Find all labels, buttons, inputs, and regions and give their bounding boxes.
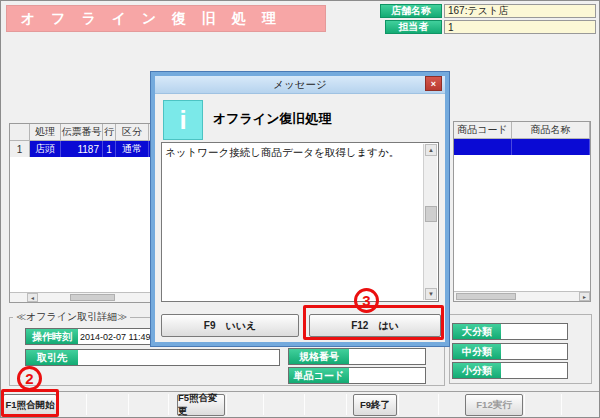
cell-process: 店頭 <box>30 141 61 157</box>
dialog-titlebar[interactable]: メッセージ <box>155 76 445 94</box>
store-name-field[interactable]: 167:テスト店 <box>444 4 596 18</box>
separator <box>226 394 227 415</box>
separator <box>168 394 169 415</box>
dialog-message-box: ネットワーク接続し商品データを取得しますか。 ▲ ▼ <box>161 142 439 302</box>
standard-no-label: 規格番号 <box>289 349 349 364</box>
close-icon[interactable]: × <box>425 76 442 91</box>
middle-class-field[interactable] <box>501 344 567 359</box>
separator <box>263 394 264 415</box>
staff-label: 担当者 <box>385 20 442 34</box>
products-table[interactable]: 商品コード 商品名称 ► <box>453 121 591 302</box>
dialog-heading: オフライン復旧処理 <box>213 110 332 128</box>
f9-exit-button[interactable]: F9終了 <box>353 394 397 416</box>
scroll-down-icon[interactable]: ▼ <box>425 288 437 300</box>
scrollbar-thumb[interactable] <box>425 206 437 222</box>
separator <box>128 394 129 415</box>
col-line: 行 <box>103 124 116 141</box>
col-kubun: 区分 <box>116 124 149 141</box>
separator <box>438 394 439 415</box>
scroll-left-icon[interactable]: ◄ <box>27 293 38 302</box>
table-row[interactable]: 1 店頭 1187 1 通常 <box>10 141 170 157</box>
scrollbar-thumb[interactable] <box>456 293 516 300</box>
horizontal-scrollbar[interactable]: ◄ <box>10 292 170 302</box>
large-class-label: 大分類 <box>453 324 501 339</box>
f5-verify-change-button[interactable]: F5照合変更 <box>177 394 225 416</box>
no-button[interactable]: F9 いいえ <box>161 314 299 337</box>
cell-product-name <box>512 139 590 155</box>
store-name-label: 店舗名称 <box>380 4 442 18</box>
middle-class-label: 中分類 <box>453 344 501 359</box>
col-product-code: 商品コード <box>454 122 512 139</box>
vertical-scrollbar[interactable]: ▲ ▼ <box>423 144 437 300</box>
scrollbar-thumb[interactable] <box>70 294 115 301</box>
standard-no-row: 規格番号 <box>288 348 426 365</box>
col-slip-no: 伝票番号 <box>61 124 103 141</box>
large-class-row: 大分類 <box>452 323 568 340</box>
small-class-label: 小分類 <box>453 363 501 378</box>
table-body-empty <box>10 157 170 292</box>
item-code-row: 単品コード <box>288 367 426 384</box>
dialog-message: ネットワーク接続し商品データを取得しますか。 <box>165 146 399 158</box>
partner-label: 取引先 <box>26 350 78 365</box>
scroll-right-icon[interactable]: ► <box>579 292 590 301</box>
page-title: オ フ ラ イ ン 復 旧 処 理 <box>6 5 326 32</box>
cell-line: 1 <box>103 141 116 157</box>
separator <box>346 394 347 415</box>
cell-product-code <box>454 139 512 155</box>
info-icon: i <box>163 100 203 140</box>
table-row[interactable] <box>454 139 590 155</box>
corner-cell <box>10 124 30 141</box>
item-code-field[interactable] <box>349 368 425 383</box>
large-class-field[interactable] <box>501 324 567 339</box>
scroll-up-icon[interactable]: ▲ <box>425 144 437 156</box>
offline-transactions-table[interactable]: 処理 伝票番号 行 区分 1 店頭 1187 1 通常 ◄ <box>9 123 171 303</box>
table-header-row: 処理 伝票番号 行 区分 <box>10 124 170 141</box>
annotation-rect-f1-button <box>1 389 59 417</box>
offline-recovery-window: オ フ ラ イ ン 復 旧 処 理 店舗名称 167:テスト店 担当者 1 処理… <box>0 0 600 418</box>
col-process: 処理 <box>30 124 61 141</box>
cell-kubun: 通常 <box>116 141 149 157</box>
small-class-field[interactable] <box>501 363 567 378</box>
table-header-row: 商品コード 商品名称 <box>454 122 590 139</box>
annotation-step3-badge: 3 <box>354 288 379 313</box>
standard-no-field[interactable] <box>349 349 425 364</box>
separator <box>524 394 525 415</box>
table-body-empty <box>454 155 590 291</box>
item-code-label: 単品コード <box>289 368 349 383</box>
partner-row: 取引先 <box>25 349 280 366</box>
separator <box>304 394 305 415</box>
row-number: 1 <box>10 141 30 157</box>
small-class-row: 小分類 <box>452 362 568 379</box>
separator <box>561 394 562 415</box>
dialog-title: メッセージ <box>273 78 326 92</box>
separator <box>86 394 87 415</box>
separator <box>398 394 399 415</box>
staff-field[interactable]: 1 <box>444 20 596 34</box>
operation-time-label: 操作時刻 <box>26 329 78 344</box>
horizontal-scrollbar[interactable]: ► <box>454 291 590 301</box>
function-key-bar: F1照合開始 F5照合変更 F9終了 F12実行 <box>1 391 600 417</box>
middle-class-row: 中分類 <box>452 343 568 360</box>
offline-detail-title: ≪オフライン取引詳細≫ <box>13 310 130 324</box>
f12-execute-button[interactable]: F12実行 <box>465 394 523 416</box>
col-product-name: 商品名称 <box>512 122 590 139</box>
cell-slip-no: 1187 <box>61 141 103 157</box>
annotation-step2-badge: 2 <box>17 366 42 391</box>
partner-field[interactable] <box>78 350 279 365</box>
